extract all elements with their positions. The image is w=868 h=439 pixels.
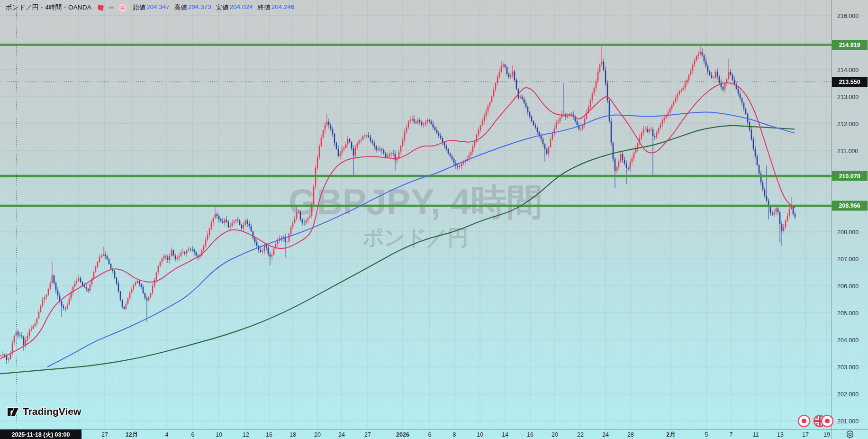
svg-text:GBPJPY, 4時間: GBPJPY, 4時間	[289, 182, 542, 222]
svg-text:213.000: 213.000	[837, 94, 859, 101]
legend-icons: ≈	[98, 4, 127, 12]
svg-text:203.000: 203.000	[837, 364, 859, 371]
open-value: 204.347	[146, 3, 170, 12]
svg-text:208.966: 208.966	[839, 202, 860, 209]
open-label: 始値	[133, 3, 145, 12]
svg-text:5: 5	[705, 431, 708, 438]
svg-text:4: 4	[165, 431, 169, 438]
svg-text:14: 14	[502, 431, 508, 438]
dash-icon	[108, 7, 114, 9]
tradingview-logo[interactable]: TradingView	[7, 406, 81, 417]
price-chart-canvas[interactable]: GBPJPY, 4時間ポンド／円216.000214.000213.000212…	[0, 0, 868, 439]
svg-text:208.000: 208.000	[837, 229, 859, 236]
ohlc-readout: 始値204.347 高値204.373 安値204.024 終値204.246	[133, 3, 294, 12]
svg-text:205.000: 205.000	[837, 310, 859, 317]
chart-root: GBPJPY, 4時間ポンド／円216.000214.000213.000212…	[0, 0, 868, 439]
svg-text:216.000: 216.000	[837, 13, 859, 19]
svg-text:27: 27	[364, 431, 371, 438]
svg-text:24: 24	[338, 431, 345, 438]
tradingview-logo-icon	[7, 406, 19, 417]
gear-icon	[846, 430, 854, 439]
svg-text:6: 6	[191, 431, 195, 438]
svg-text:ポンド／円: ポンド／円	[362, 226, 468, 249]
approx-icon: ≈	[118, 4, 127, 12]
jp-flag-pair-icon	[822, 415, 833, 427]
svg-text:214.919: 214.919	[839, 42, 860, 48]
svg-text:206.000: 206.000	[837, 283, 859, 290]
svg-text:6: 6	[428, 431, 432, 438]
svg-text:7: 7	[730, 431, 733, 438]
svg-text:16: 16	[266, 431, 272, 438]
svg-text:20: 20	[314, 431, 321, 438]
low-value: 204.024	[230, 3, 253, 12]
svg-text:2025-11-18 (火) 03:00: 2025-11-18 (火) 03:00	[12, 431, 70, 438]
svg-text:10: 10	[477, 431, 483, 438]
svg-text:214.000: 214.000	[837, 67, 859, 73]
jp-flag-icon	[798, 415, 810, 427]
svg-text:24: 24	[602, 431, 609, 438]
svg-text:202.000: 202.000	[837, 391, 859, 398]
svg-text:211.000: 211.000	[837, 148, 858, 155]
svg-text:212.000: 212.000	[837, 121, 859, 128]
svg-text:2026: 2026	[396, 431, 409, 438]
close-value: 204.246	[271, 3, 294, 12]
svg-text:204.000: 204.000	[837, 337, 859, 344]
svg-text:10: 10	[216, 431, 222, 438]
svg-text:12月: 12月	[126, 431, 138, 438]
svg-text:19: 19	[823, 431, 830, 438]
svg-text:28: 28	[627, 431, 634, 438]
symbol-legend: ポンド／円・4時間・OANDA ≈ 始値204.347 高値204.373 安値…	[6, 3, 294, 12]
svg-text:22: 22	[577, 431, 584, 438]
symbol-flags	[797, 414, 835, 428]
svg-text:17: 17	[802, 431, 809, 438]
high-label: 高値	[174, 3, 187, 12]
svg-text:12: 12	[243, 431, 249, 438]
high-value: 204.373	[188, 3, 211, 12]
svg-text:201.000: 201.000	[837, 418, 859, 425]
svg-text:210.070: 210.070	[839, 173, 860, 180]
low-label: 安値	[216, 3, 229, 12]
close-label: 終値	[257, 3, 270, 12]
svg-text:16: 16	[527, 431, 533, 438]
svg-text:18: 18	[289, 431, 296, 438]
svg-text:20: 20	[552, 431, 558, 438]
symbol-title[interactable]: ポンド／円・4時間・OANDA	[6, 3, 91, 12]
svg-text:13: 13	[777, 431, 784, 438]
svg-text:2月: 2月	[666, 431, 675, 438]
svg-text:11: 11	[753, 431, 759, 438]
svg-text:8: 8	[453, 431, 456, 438]
svg-text:207.000: 207.000	[837, 256, 859, 263]
svg-text:27: 27	[101, 431, 108, 438]
tradingview-logo-text: TradingView	[23, 406, 81, 417]
oanda-flag-icon	[98, 4, 104, 11]
axis-settings-corner[interactable]	[832, 429, 868, 439]
svg-text:213.550: 213.550	[839, 79, 860, 85]
